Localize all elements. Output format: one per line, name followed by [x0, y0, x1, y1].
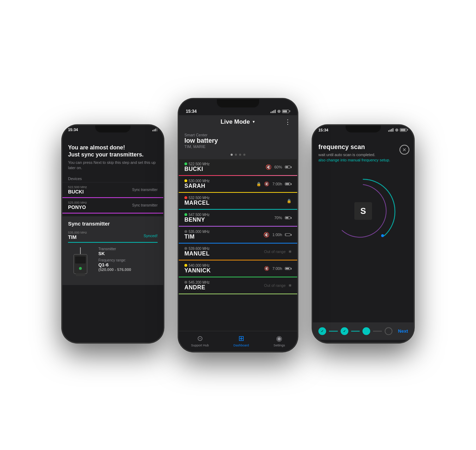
dot-1 — [231, 154, 233, 156]
synced-label: Synced! — [144, 234, 158, 238]
tab-settings[interactable]: ◉ Settings — [274, 334, 285, 347]
step-2: ✓ — [341, 327, 348, 335]
center-time: 15:34 — [186, 109, 197, 114]
freq-scan-sub: wait until auto scan is completed. also … — [313, 152, 414, 163]
freq-range-value: Q1-6 — [98, 262, 131, 267]
mute-icon-tim: 🔇 — [263, 232, 269, 238]
right-screen: 15:34 ⊛ — [313, 125, 414, 342]
sarah-bar — [179, 192, 297, 193]
mute-icon-sarah: 🔇 — [264, 181, 269, 186]
dropdown-icon[interactable]: ▼ — [252, 120, 256, 124]
center-screen: 15:34 ⊛ — [179, 99, 297, 351]
battery-icon-tim — [285, 233, 292, 236]
channel-yannick[interactable]: 540.000 MHz YANNICK 🔇 7:00h — [179, 261, 297, 278]
lock-icon-marcel: 🔒 — [287, 199, 292, 203]
sync-tim-row: 535.000 MHz TIM Synced! — [68, 229, 158, 243]
signal-bar-4 — [157, 128, 158, 131]
smart-center-banner: Smart Center low battery TIM, MARIE — [179, 129, 297, 159]
sync-title: Sync transmitter — [68, 221, 158, 227]
step-line-2 — [351, 331, 360, 331]
marcel-channel-name: MARCEL — [184, 200, 209, 206]
right-phone: 15:34 ⊛ — [312, 124, 414, 343]
signal-bar-3 — [155, 128, 156, 131]
r-sig-2 — [390, 129, 391, 131]
bucki-status-dot — [184, 162, 187, 165]
close-button[interactable]: ✕ — [399, 144, 409, 154]
smart-center-label: Smart Center — [184, 133, 292, 137]
c-sig-3 — [273, 110, 274, 113]
sarah-status-dot — [184, 179, 187, 182]
tim-status-dot — [184, 230, 187, 233]
stepper-bar: ✓ ✓ Next — [313, 322, 414, 340]
channel-bucki[interactable]: 522.500 MHz BUCKI 🔇 60% — [179, 159, 297, 176]
marcel-right: 🔒 — [287, 199, 292, 203]
left-time: 15:34 — [68, 127, 78, 131]
tim-channel-name: TIM — [184, 234, 209, 240]
c-sig-2 — [272, 111, 273, 113]
tab-support-hub[interactable]: ⊙ Support Hub — [191, 334, 209, 347]
channel-marcel[interactable]: 532.500 MHz MARCEL 🔒 — [179, 193, 297, 210]
step-line-1 — [329, 331, 338, 331]
sarah-channel-name: SARAH — [184, 183, 209, 189]
left-signal — [152, 128, 158, 131]
right-battery-icon — [400, 128, 408, 131]
phones-container: 15:34 You are almost done! Just sync you… — [44, 31, 432, 419]
battery-icon — [282, 110, 290, 113]
channel-benny[interactable]: 547.500 MHz BENNY 70% — [179, 210, 297, 227]
ponyo-sync[interactable]: Sync transmitter — [132, 203, 158, 207]
tim-bar — [179, 243, 297, 244]
wifi-icon: ⊛ — [277, 109, 281, 114]
battery-icon-bucki — [285, 166, 292, 168]
sync-section: Sync transmitter 535.000 MHz TIM Synced! — [62, 216, 163, 285]
transmitter-info: Transmitter SK Frequency range: Q1-6 (52… — [68, 246, 158, 281]
center-notch — [217, 99, 259, 107]
next-button[interactable]: Next — [398, 328, 408, 334]
transmitter-label: Transmitter — [98, 247, 131, 251]
c-sig-4 — [275, 110, 276, 113]
bucki-sync[interactable]: Sync transmitter — [132, 188, 158, 192]
benny-channel-name: BENNY — [184, 217, 209, 223]
freq-scan-title: frequency scan — [313, 133, 414, 152]
step-1: ✓ — [318, 327, 326, 335]
battery-icon-benny — [285, 216, 292, 219]
channel-andre[interactable]: 545.200 MHz ANDRE Out of range ✱ — [179, 278, 297, 295]
sk-svg — [71, 247, 90, 279]
benny-right: 70% — [274, 216, 292, 220]
more-options-icon[interactable]: ⋮ — [285, 118, 292, 126]
left-notch — [95, 125, 130, 132]
manuel-channel-name: MANUEL — [184, 251, 209, 257]
tim-right: 🔇 1:00h — [263, 232, 292, 238]
channel-list: 522.500 MHz BUCKI 🔇 60% — [179, 159, 297, 295]
benny-status-dot — [184, 213, 187, 216]
right-wifi-icon: ⊛ — [395, 127, 398, 132]
manuel-status-dot — [184, 247, 187, 250]
support-hub-label: Support Hub — [191, 344, 209, 347]
right-status-icons: ⊛ — [388, 127, 408, 132]
sarah-right: 🔒 🔇 7:00h — [256, 181, 292, 186]
andre-channel-name: ANDRE — [184, 284, 209, 291]
c-sig-1 — [270, 112, 271, 113]
signal-bar-1 — [152, 130, 153, 131]
signal-bar-2 — [154, 129, 155, 131]
freq-scan-link[interactable]: also change into manual frequency setup. — [318, 158, 390, 162]
bucki-right: 🔇 60% — [266, 164, 292, 170]
bluetooth-icon-andre: ✱ — [288, 283, 292, 288]
channel-sarah[interactable]: 530.000 MHz SARAH 🔒 🔇 7:00h — [179, 176, 297, 193]
step-3 — [362, 327, 370, 335]
dashboard-icon: ⊞ — [238, 334, 244, 343]
bluetooth-icon-manuel: ✱ — [288, 249, 292, 254]
channel-manuel[interactable]: 539.600 MHz MANUEL Out of range ✱ — [179, 244, 297, 261]
step-4 — [385, 327, 392, 335]
freq-range-detail: (520.000 - 576.000 — [98, 267, 131, 272]
dot-3 — [239, 154, 241, 156]
manuel-bar — [179, 260, 297, 260]
channel-tim[interactable]: 535.000 MHz TIM 🔇 1:00h — [179, 227, 297, 244]
smart-center-title: low battery — [184, 137, 292, 144]
svg-point-3 — [79, 267, 82, 270]
setup-title: You are almost done! Just sync your tran… — [62, 140, 163, 160]
freq-range-label: Frequency range: — [98, 258, 131, 262]
yannick-channel-name: YANNICK — [184, 267, 211, 274]
r-sig-3 — [391, 129, 392, 131]
right-signal — [388, 128, 393, 131]
tab-dashboard[interactable]: ⊞ Dashboard — [233, 334, 249, 347]
